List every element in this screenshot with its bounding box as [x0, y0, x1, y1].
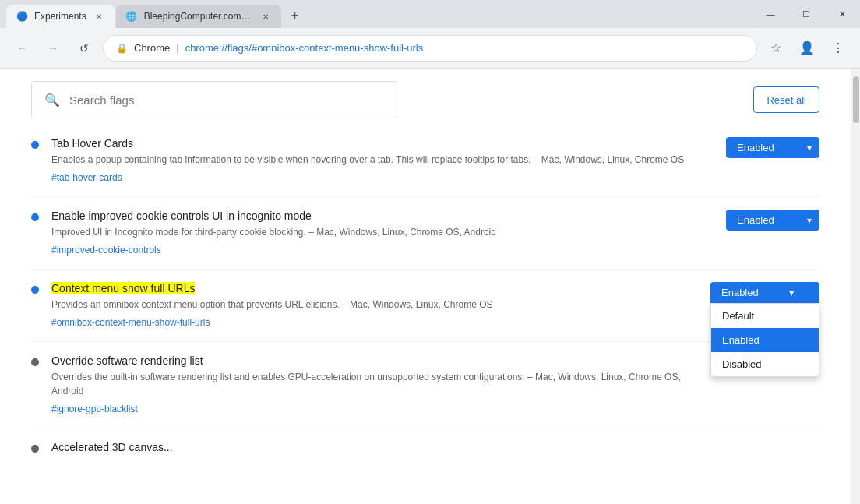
- flag-select-value-context-menu: Enabled: [721, 287, 759, 298]
- flag-select-btn-context-menu[interactable]: Enabled ▾: [710, 282, 819, 303]
- tab-bleeping[interactable]: 🌐 BleepingComputer.com - News... ✕: [116, 5, 281, 28]
- flag-item-accelerated-3d: Accelerated 3D canvas...: [31, 428, 819, 469]
- flag-desc-gpu-blacklist: Overrides the built-in software renderin…: [51, 370, 714, 398]
- flag-content-cookie-controls: Enable improved cookie controls UI in in…: [51, 210, 714, 256]
- flag-title-tab-hover-cards: Tab Hover Cards: [51, 137, 714, 150]
- minimize-button[interactable]: —: [752, 0, 788, 28]
- reload-button[interactable]: ↺: [72, 36, 97, 61]
- flag-link-cookie-controls[interactable]: #improved-cookie-controls: [51, 245, 161, 256]
- address-bar: ← → ↺ 🔒 Chrome | chrome://flags/#omnibox…: [0, 28, 860, 69]
- flag-title-accelerated-3d: Accelerated 3D canvas...: [51, 441, 819, 453]
- search-bar[interactable]: 🔍: [31, 81, 397, 118]
- flag-link-gpu-blacklist[interactable]: #ignore-gpu-blacklist: [51, 404, 138, 414]
- flag-item-cookie-controls: Enable improved cookie controls UI in in…: [31, 197, 819, 270]
- flag-content-context-menu: Context menu show full URLs Provides an …: [51, 282, 698, 329]
- bleeping-icon: 🌐: [125, 10, 138, 23]
- flag-title-cookie-controls: Enable improved cookie controls UI in in…: [51, 210, 714, 222]
- tab-experiments[interactable]: 🔵 Experiments ✕: [6, 5, 115, 28]
- flag-desc-context-menu: Provides an omnibox context menu option …: [51, 298, 698, 312]
- main-content: 🔍 Reset all Tab Hover Cards Enables a po…: [0, 69, 860, 504]
- flag-dropdown-menu-context-menu: Default Enabled Disabled: [710, 303, 819, 377]
- title-bar: 🔵 Experiments ✕ 🌐 BleepingComputer.com -…: [0, 0, 860, 28]
- flag-title-gpu-blacklist: Override software rendering list: [51, 354, 714, 367]
- flag-select-tab-hover-cards[interactable]: Default Enabled Disabled: [726, 137, 819, 158]
- url-path: chrome://flags/#omnibox-context-menu-sho…: [185, 42, 424, 54]
- tab-experiments-label: Experiments: [34, 11, 86, 22]
- flags-content: 🔍 Reset all Tab Hover Cards Enables a po…: [0, 69, 851, 504]
- back-button[interactable]: ←: [9, 36, 34, 61]
- url-lock-icon: 🔒: [116, 43, 128, 54]
- flag-dot-tab-hover-cards: [31, 141, 39, 149]
- reset-all-button[interactable]: Reset all: [753, 86, 819, 113]
- close-button[interactable]: ✕: [824, 0, 860, 28]
- flag-select-cookie-controls[interactable]: Default Enabled Disabled: [726, 210, 819, 231]
- flag-title-context-menu: Context menu show full URLs: [51, 282, 698, 294]
- flag-link-context-menu[interactable]: #omnibox-context-menu-show-full-urls: [51, 317, 210, 328]
- dropdown-arrow-icon: ▾: [789, 287, 795, 298]
- flag-dot-context-menu: [31, 286, 39, 294]
- flag-control-context-menu: Enabled ▾ Default Enabled Disabled: [710, 282, 819, 303]
- flag-item-context-menu: Context menu show full URLs Provides an …: [31, 270, 819, 342]
- flag-dot-accelerated-3d: [31, 445, 39, 453]
- maximize-button[interactable]: ☐: [788, 0, 824, 28]
- flag-item-gpu-blacklist: Override software rendering list Overrid…: [31, 342, 819, 428]
- url-host: Chrome: [134, 42, 170, 54]
- flag-select-wrapper-cookie-controls: Default Enabled Disabled: [726, 210, 819, 231]
- flag-control-tab-hover-cards: Default Enabled Disabled: [726, 137, 819, 158]
- experiments-icon: 🔵: [16, 10, 28, 23]
- profile-button[interactable]: 👤: [795, 36, 819, 61]
- bookmark-button[interactable]: ☆: [763, 36, 788, 61]
- flag-select-wrapper-tab-hover-cards: Default Enabled Disabled: [726, 137, 819, 158]
- tab-experiments-close[interactable]: ✕: [93, 10, 105, 23]
- tab-bleeping-label: BleepingComputer.com - News...: [144, 11, 253, 22]
- flag-control-cookie-controls: Default Enabled Disabled: [726, 210, 819, 231]
- url-separator: |: [176, 42, 178, 54]
- flag-content-tab-hover-cards: Tab Hover Cards Enables a popup containi…: [51, 137, 714, 184]
- search-bar-container: 🔍 Reset all: [31, 69, 819, 125]
- search-input[interactable]: [69, 93, 384, 107]
- scrollbar-thumb[interactable]: [853, 76, 859, 123]
- flag-dot-cookie-controls: [31, 213, 39, 221]
- flag-content-accelerated-3d: Accelerated 3D canvas...: [51, 441, 819, 456]
- dropdown-option-disabled[interactable]: Disabled: [711, 352, 819, 376]
- scrollbar[interactable]: [851, 69, 860, 504]
- flag-title-highlighted: Context menu show full URLs: [51, 282, 195, 294]
- dropdown-option-default[interactable]: Default: [711, 304, 819, 328]
- flag-item-tab-hover-cards: Tab Hover Cards Enables a popup containi…: [31, 125, 819, 197]
- flag-content-gpu-blacklist: Override software rendering list Overrid…: [51, 354, 714, 415]
- new-tab-button[interactable]: +: [284, 5, 306, 26]
- search-icon: 🔍: [44, 93, 60, 107]
- dropdown-option-enabled[interactable]: Enabled: [711, 328, 819, 352]
- forward-button[interactable]: →: [41, 36, 65, 61]
- flag-dot-gpu-blacklist: [31, 358, 39, 366]
- flag-desc-tab-hover-cards: Enables a popup containing tab informati…: [51, 153, 714, 167]
- flag-desc-cookie-controls: Improved UI in Incognito mode for third-…: [51, 225, 714, 239]
- url-bar[interactable]: 🔒 Chrome | chrome://flags/#omnibox-conte…: [103, 35, 757, 62]
- flag-link-tab-hover-cards[interactable]: #tab-hover-cards: [51, 172, 122, 183]
- window-controls: — ☐ ✕: [752, 0, 860, 28]
- menu-button[interactable]: ⋮: [826, 36, 851, 61]
- tab-bleeping-close[interactable]: ✕: [259, 10, 272, 23]
